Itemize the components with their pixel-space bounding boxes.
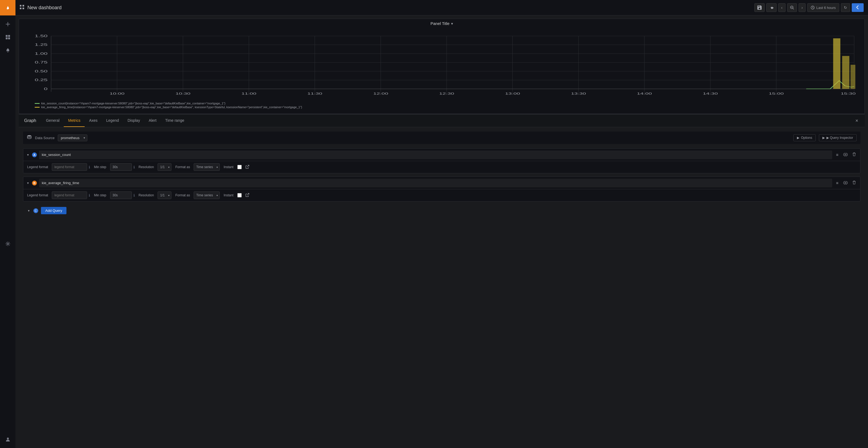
svg-rect-10	[20, 8, 22, 9]
query-a-timeseries-wrap[interactable]: Time series	[194, 163, 220, 171]
svg-point-59	[27, 135, 31, 136]
svg-point-7	[7, 438, 9, 440]
datasource-select-wrap[interactable]: prometheus	[58, 134, 87, 141]
database-icon	[27, 135, 32, 141]
settings-button[interactable]	[766, 3, 777, 12]
query-b-timeseries-select[interactable]: Time series	[194, 191, 220, 199]
app-logo[interactable]	[0, 0, 16, 15]
sidebar-item-settings[interactable]	[0, 237, 16, 250]
svg-text:1.00: 1.00	[35, 52, 48, 55]
svg-text:0: 0	[44, 87, 48, 91]
query-a-hamburger[interactable]: ≡	[834, 151, 840, 158]
query-a-eye[interactable]	[842, 151, 849, 158]
query-b-legend-input[interactable]	[52, 191, 87, 199]
query-a-formatas-label: Format as	[175, 165, 190, 169]
sidebar	[0, 0, 16, 448]
query-a-link-btn[interactable]	[246, 165, 249, 169]
options-button[interactable]: ▶ Options	[794, 134, 816, 141]
topbar-actions: ‹ › Last 6 hours ↻	[754, 3, 864, 12]
svg-rect-11	[23, 8, 24, 9]
svg-text:1.25: 1.25	[35, 43, 48, 46]
query-a-resolution-wrap[interactable]: 1/1	[158, 163, 172, 171]
add-query-collapse[interactable]: ▾	[27, 208, 31, 213]
svg-rect-5	[7, 52, 8, 52]
query-a-collapse[interactable]: ▾	[26, 152, 30, 157]
panel-container: Panel Title ▾	[19, 19, 865, 114]
query-a-legend-label: Legend format	[27, 165, 48, 169]
query-a-instant-checkbox[interactable]	[237, 165, 242, 169]
query-b-link-btn[interactable]	[246, 193, 249, 198]
back-button[interactable]	[852, 3, 864, 12]
tab-general[interactable]: General	[41, 115, 64, 127]
close-edit-button[interactable]: ×	[853, 116, 860, 126]
time-range-button[interactable]: Last 6 hours	[807, 3, 839, 12]
query-a-resolution-select[interactable]: 1/1	[158, 163, 172, 171]
svg-text:0.75: 0.75	[35, 61, 48, 64]
sidebar-item-add[interactable]	[0, 18, 16, 31]
query-a-timeseries-select[interactable]: Time series	[194, 163, 220, 171]
svg-text:13:00: 13:00	[505, 92, 520, 95]
tab-legend[interactable]: Legend	[102, 115, 123, 127]
content-area: Panel Title ▾	[16, 15, 868, 448]
svg-rect-45	[842, 56, 849, 89]
edit-panel: Graph General Metrics Axes Legend Displa…	[19, 114, 865, 221]
refresh-button[interactable]: ↻	[841, 3, 850, 12]
chart-svg: 0 0.25 0.50 0.75 1.00 1.25 1.50	[21, 30, 860, 101]
query-b-resolution-wrap[interactable]: 1/1	[158, 191, 172, 199]
svg-rect-46	[850, 65, 856, 89]
grid-icon	[20, 5, 24, 10]
query-b-eye[interactable]	[842, 180, 849, 186]
add-query-row: ▾ C Add Query	[23, 205, 860, 216]
tab-timerange[interactable]: Time range	[161, 115, 188, 127]
query-b-minstep-label: Min step	[94, 193, 106, 197]
query-inspector-button[interactable]: ▶ ▶ Query Inspector	[819, 134, 857, 141]
query-b-collapse[interactable]: ▾	[26, 181, 30, 186]
query-inspector-label: ▶ Query Inspector	[827, 136, 853, 140]
query-a-legend-input[interactable]	[52, 163, 87, 171]
svg-text:0.25: 0.25	[35, 78, 48, 82]
query-b-instant-checkbox[interactable]	[237, 193, 242, 197]
query-row-b: ▾ B ≡	[23, 177, 860, 201]
query-a-label: A	[32, 152, 37, 157]
nav-left-button[interactable]: ‹	[778, 3, 785, 12]
tab-metrics[interactable]: Metrics	[64, 115, 85, 127]
save-button[interactable]	[754, 3, 765, 12]
query-a-options: Legend format ℹ Min step ℹ Resolution 1/…	[23, 161, 860, 173]
query-row-a: ▾ A ≡	[23, 148, 860, 173]
add-query-button[interactable]: Add Query	[41, 207, 66, 214]
query-a-delete[interactable]	[851, 151, 858, 158]
query-b-minstep-input[interactable]	[110, 191, 132, 199]
query-b-delete[interactable]	[851, 180, 858, 186]
legend-line-green	[35, 103, 40, 104]
sidebar-item-alerts[interactable]	[0, 44, 16, 57]
zoom-button[interactable]	[787, 3, 797, 12]
query-b-input[interactable]	[39, 179, 832, 187]
query-b-hamburger[interactable]: ≡	[834, 180, 840, 186]
query-a-minstep-input[interactable]	[110, 163, 132, 171]
sidebar-item-user[interactable]	[0, 433, 16, 446]
tab-axes[interactable]: Axes	[85, 115, 102, 127]
query-b-minstep-info: ℹ	[133, 193, 135, 197]
time-range-label: Last 6 hours	[816, 6, 836, 10]
query-b-timeseries-wrap[interactable]: Time series	[194, 191, 220, 199]
svg-text:13:30: 13:30	[571, 92, 586, 95]
svg-text:14:30: 14:30	[703, 92, 718, 95]
datasource-select[interactable]: prometheus	[58, 134, 87, 141]
query-b-label: B	[32, 181, 37, 186]
dashboard-title: New dashboard	[27, 5, 754, 10]
query-a-input[interactable]	[39, 151, 832, 159]
sidebar-item-dashboard[interactable]	[0, 31, 16, 44]
query-section: Data Source prometheus ▶ Options ▶ ▶ Que…	[19, 127, 865, 221]
query-a-minstep-label: Min step	[94, 165, 106, 169]
query-b-resolution-select[interactable]: 1/1	[158, 191, 172, 199]
query-a-instant-label: Instant	[223, 165, 233, 169]
tab-alert[interactable]: Alert	[144, 115, 161, 127]
nav-right-button[interactable]: ›	[799, 3, 806, 12]
svg-text:11:00: 11:00	[241, 92, 256, 95]
panel-name-label: Graph	[23, 115, 41, 127]
datasource-row: Data Source prometheus ▶ Options ▶ ▶ Que…	[23, 131, 860, 144]
options-caret: ▶	[797, 136, 799, 140]
chart-wrapper: 0 0.25 0.50 0.75 1.00 1.25 1.50	[21, 30, 860, 101]
chart-legend: kie_session_count{instance="rhpam7-mortg…	[21, 101, 860, 111]
tab-display[interactable]: Display	[123, 115, 144, 127]
